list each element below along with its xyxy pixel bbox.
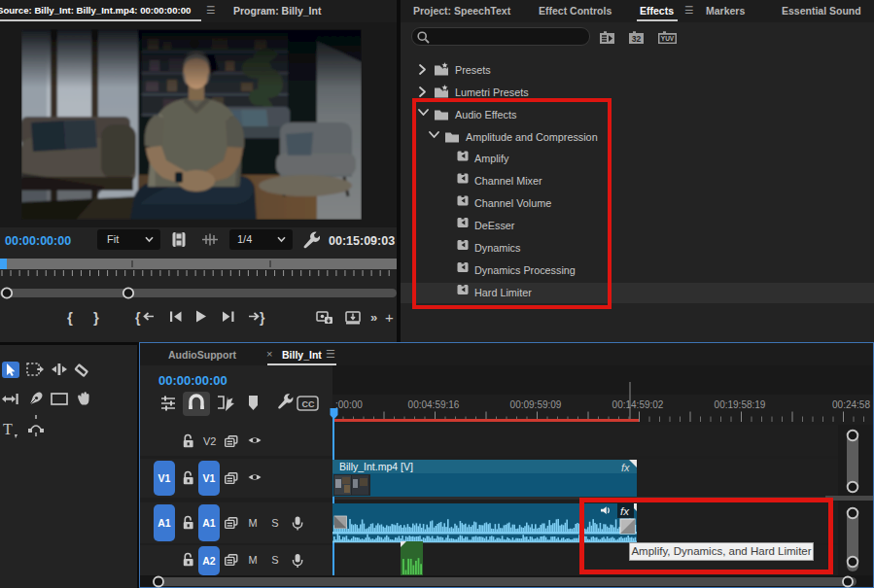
svg-text:}: } xyxy=(93,309,99,326)
svg-text:A1: A1 xyxy=(202,517,216,529)
svg-text:fx: fx xyxy=(621,462,630,473)
svg-text:S: S xyxy=(271,554,278,566)
svg-text:{: { xyxy=(135,310,141,326)
svg-text::00:00: :00:00 xyxy=(335,399,363,410)
svg-text:00:14:59:02: 00:14:59:02 xyxy=(612,399,664,410)
svg-text:Billy_Int.mp4 [V]: Billy_Int.mp4 [V] xyxy=(339,461,413,472)
svg-text:A2: A2 xyxy=(202,555,216,567)
svg-text:Lumetri Presets: Lumetri Presets xyxy=(455,86,529,98)
svg-text:V1: V1 xyxy=(203,472,216,484)
svg-text:Presets: Presets xyxy=(455,64,491,76)
svg-text:00:04:59:16: 00:04:59:16 xyxy=(408,399,460,410)
svg-text:+: + xyxy=(385,309,394,326)
svg-text:}: } xyxy=(260,310,265,326)
svg-text:{: { xyxy=(67,309,73,326)
svg-text:A1: A1 xyxy=(157,517,171,529)
svg-text:V1: V1 xyxy=(158,472,171,484)
svg-text:T: T xyxy=(3,421,13,437)
svg-text:S: S xyxy=(271,517,278,529)
svg-text:»: » xyxy=(370,310,377,325)
svg-text:00:09:59:09: 00:09:59:09 xyxy=(510,399,562,410)
svg-text:00:19:58:19: 00:19:58:19 xyxy=(715,399,766,410)
svg-text:V2: V2 xyxy=(203,435,216,447)
svg-text:M: M xyxy=(248,554,257,566)
svg-text:CC: CC xyxy=(302,399,315,409)
svg-text:M: M xyxy=(248,517,257,529)
